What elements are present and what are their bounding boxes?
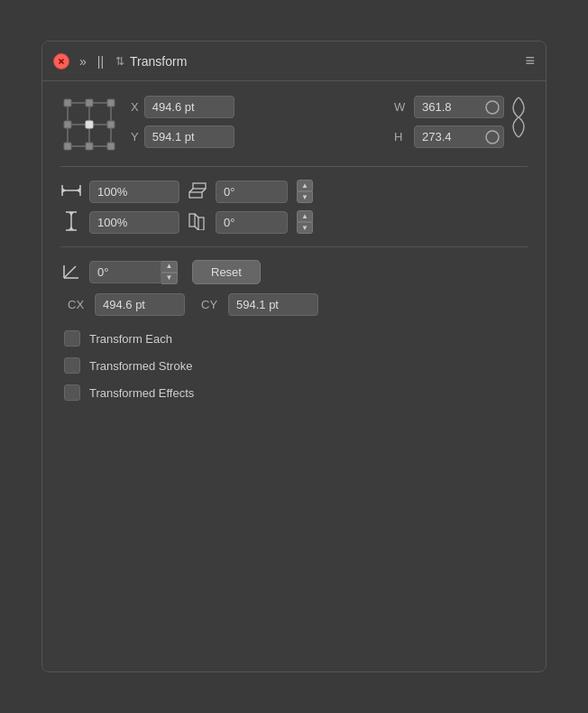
shear-v-stepper[interactable]: ▲ ▼ [297,210,313,234]
shear-v-down[interactable]: ▼ [297,222,313,234]
rotation-section: ▲ ▼ Reset CX CY [60,260,528,316]
transform-each-row[interactable]: Transform Each [64,330,528,347]
svg-rect-33 [189,214,195,227]
svg-rect-34 [198,218,204,230]
menu-button[interactable]: ≡ [525,51,535,70]
w-circle-icon [484,99,501,116]
cy-input[interactable] [228,293,318,316]
transform-rows: ▲ ▼ [60,180,528,234]
position-size-row: X Y W [60,96,528,153]
y-input[interactable] [144,125,234,148]
height-scale-row: ▲ ▼ [60,210,528,234]
svg-rect-9 [86,99,93,106]
chain-icon-wrap [504,96,528,139]
transform-each-label: Transform Each [89,332,172,346]
width-scale-input[interactable] [89,181,179,203]
svg-rect-10 [107,99,115,106]
w-label: W [394,100,409,114]
h-scale-icon [60,183,82,200]
v-scale-icon [60,211,82,234]
transformed-effects-label: Transformed Effects [89,386,194,400]
shear-v-icon [187,212,208,233]
width-scale-row: ▲ ▼ [60,180,528,203]
x-label: X [131,100,139,114]
checkbox-section: Transform Each Transformed Stroke Transf… [60,330,528,401]
shear-v-input[interactable] [216,211,288,234]
y-label: Y [131,130,139,144]
h-input-wrap [414,125,504,148]
transformed-effects-row[interactable]: Transformed Effects [64,384,528,401]
transform-each-checkbox[interactable] [64,330,80,347]
svg-line-36 [195,227,198,230]
shear-h-icon [187,181,208,202]
xy-fields: X Y [131,96,378,148]
svg-rect-25 [193,183,206,189]
titlebar: » || ⇅ Transform ≡ [42,42,546,81]
anchor-widget[interactable] [60,96,118,153]
panel-arrows-icon: ⇅ [115,55,124,68]
transformed-stroke-checkbox[interactable] [64,357,80,374]
angle-input-wrap: ▲ ▼ [89,261,178,284]
svg-rect-14 [64,143,71,150]
shear-h-input[interactable] [216,181,288,203]
svg-line-35 [195,214,198,218]
h-circle-icon [484,129,501,145]
svg-rect-16 [107,143,115,150]
svg-point-18 [486,131,499,144]
svg-line-39 [64,266,76,278]
svg-line-26 [189,189,193,192]
cx-cy-row: CX CY [60,293,528,316]
svg-line-27 [202,189,206,192]
svg-rect-11 [64,121,71,128]
title-icons: » || [77,52,106,70]
svg-rect-24 [189,192,202,198]
w-row: W [394,96,504,118]
w-input-wrap [414,96,504,118]
shear-h-up[interactable]: ▲ [297,180,313,191]
transformed-stroke-label: Transformed Stroke [89,359,192,373]
shear-h-stepper[interactable]: ▲ ▼ [297,180,313,203]
height-scale-input[interactable] [89,211,179,234]
transform-panel: » || ⇅ Transform ≡ [41,41,547,672]
h-row: H [394,125,504,148]
svg-point-17 [486,101,499,114]
chain-icon[interactable] [510,96,528,139]
separator-1 [60,166,528,167]
cx-label: CX [68,298,87,311]
wh-fields: W H [394,96,504,148]
transformed-effects-checkbox[interactable] [64,384,80,401]
angle-up[interactable]: ▲ [161,261,178,273]
expand-icon[interactable]: » [77,52,89,70]
svg-rect-12 [86,121,93,128]
rotation-row: ▲ ▼ Reset [60,260,528,284]
panel-title-area: ⇅ Transform [115,54,525,69]
pause-icon[interactable]: || [95,52,106,70]
close-button[interactable] [53,53,69,69]
svg-rect-13 [107,121,115,128]
svg-rect-8 [64,99,71,106]
separator-2 [60,246,528,247]
angle-down[interactable]: ▼ [161,273,178,284]
angle-stepper[interactable]: ▲ ▼ [161,261,178,284]
shear-v-up[interactable]: ▲ [297,210,313,222]
cy-label: CY [201,298,221,311]
panel-title-label: Transform [130,54,187,69]
angle-icon [60,261,82,283]
reset-button[interactable]: Reset [192,260,261,284]
h-label: H [394,130,409,144]
x-input[interactable] [144,96,234,118]
panel-content: X Y W [42,81,546,415]
shear-h-down[interactable]: ▼ [297,191,313,203]
cx-input[interactable] [95,293,185,316]
svg-rect-15 [86,143,93,150]
angle-input[interactable] [89,261,161,283]
transformed-stroke-row[interactable]: Transformed Stroke [64,357,528,374]
